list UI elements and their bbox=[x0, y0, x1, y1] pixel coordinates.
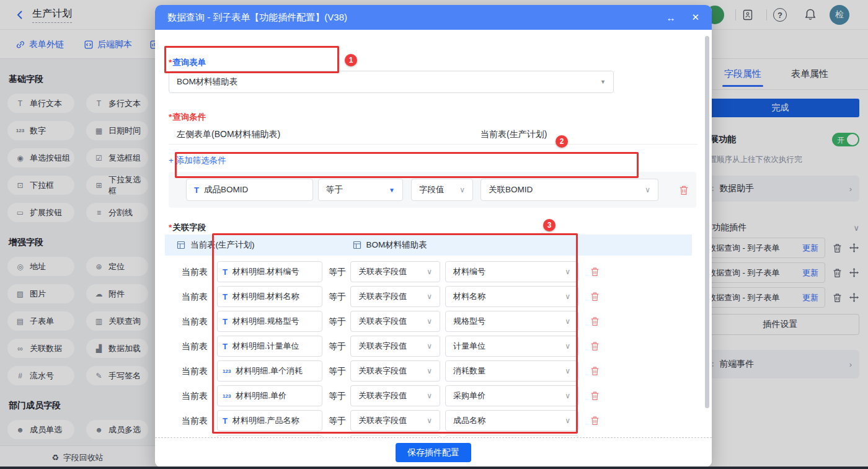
mapping-row: 当前表 T材料明细.计量单位 等于 关联表字段值 计量单位 bbox=[165, 334, 702, 359]
delete-row-icon[interactable] bbox=[590, 391, 600, 401]
mapping-target-select[interactable]: 采购单价 bbox=[445, 385, 578, 406]
text-field-icon: T bbox=[223, 317, 228, 326]
add-filter-condition-link[interactable]: + 添加筛选条件 bbox=[169, 155, 226, 166]
mapping-rows: 当前表 T材料明细.材料编号 等于 关联表字段值 材料编号 当前表 T材料明细.… bbox=[165, 259, 702, 458]
chevron-down-icon bbox=[427, 391, 432, 400]
mapping-field-input[interactable]: T材料明细.材料编号 bbox=[217, 261, 322, 282]
text-field-icon: T bbox=[223, 342, 228, 351]
mapping-field-input[interactable]: T材料明细.材料名称 bbox=[217, 286, 322, 307]
mapping-field-input[interactable]: T材料明细.规格型号 bbox=[217, 311, 322, 332]
query-form-label: *查询表单 bbox=[169, 57, 206, 68]
delete-row-icon[interactable] bbox=[590, 366, 600, 376]
mapping-row: 当前表 123材料明细.单价 等于 关联表字段值 采购单价 bbox=[165, 383, 702, 408]
mapping-target-select[interactable]: 成品名称 bbox=[445, 410, 578, 431]
mapping-value-type-select[interactable]: 关联表字段值 bbox=[350, 311, 440, 332]
caret-down-icon bbox=[600, 79, 606, 85]
mapping-target-select[interactable]: 消耗数量 bbox=[445, 360, 578, 382]
delete-row-icon[interactable] bbox=[590, 292, 600, 302]
delete-condition-icon[interactable] bbox=[679, 185, 689, 195]
chevron-down-icon bbox=[427, 267, 432, 276]
modal-scrollbar[interactable] bbox=[705, 36, 709, 408]
mapping-field-input[interactable]: T材料明细.产品名称 bbox=[217, 410, 322, 431]
chevron-down-icon bbox=[565, 391, 570, 400]
mapping-target-select[interactable]: 材料编号 bbox=[445, 261, 578, 282]
mapping-right-table: BOM材料辅助表 bbox=[366, 239, 427, 251]
condition-value-select[interactable]: 关联BOMID bbox=[480, 179, 658, 201]
mapping-row: 当前表 T材料明细.产品名称 等于 关联表字段值 成品名称 bbox=[165, 408, 702, 433]
chevron-down-icon bbox=[565, 267, 570, 276]
condition-row: T 成品BOMID 等于 字段值 关联BOMID bbox=[169, 172, 696, 208]
form-table-icon bbox=[177, 241, 185, 249]
mapping-value-type-select[interactable]: 关联表字段值 bbox=[350, 410, 440, 431]
mapping-target-select[interactable]: 材料名称 bbox=[445, 286, 578, 307]
mapping-row: 当前表 123材料明细.单个消耗 等于 关联表字段值 消耗数量 bbox=[165, 359, 702, 383]
dialog-footer: 保存插件配置 bbox=[155, 437, 712, 467]
delete-row-icon[interactable] bbox=[590, 267, 600, 277]
form-table-icon bbox=[353, 241, 361, 249]
number-field-icon: 123 bbox=[223, 393, 231, 399]
chevron-down-icon bbox=[565, 342, 570, 351]
condition-operator-select[interactable]: 等于 bbox=[318, 179, 403, 201]
chevron-down-icon bbox=[645, 185, 650, 194]
caret-down-icon bbox=[389, 187, 395, 194]
dialog-title: 数据查询 - 到子表单【功能插件配置】(V38) bbox=[167, 12, 650, 24]
annotation-badge-2: 2 bbox=[556, 135, 568, 148]
dialog-body: *查询表单 BOM材料辅助表 *查询条件 左侧表单(BOM材料辅助表) 当前表(… bbox=[155, 30, 712, 437]
condition-value-type-select[interactable]: 字段值 bbox=[411, 179, 473, 201]
save-plugin-config-button[interactable]: 保存插件配置 bbox=[396, 443, 471, 462]
query-condition-label: *查询条件 bbox=[169, 112, 206, 123]
mapping-field-input[interactable]: 123材料明细.单个消耗 bbox=[217, 360, 322, 382]
plugin-config-dialog: 数据查询 - 到子表单【功能插件配置】(V38) ↔ ✕ *查询表单 BOM材料… bbox=[155, 5, 712, 467]
text-field-icon: T bbox=[223, 267, 228, 277]
window-bottom-edge bbox=[0, 467, 868, 469]
text-field-icon: T bbox=[223, 292, 228, 302]
annotation-badge-3: 3 bbox=[543, 219, 556, 231]
chevron-down-icon bbox=[565, 367, 570, 375]
annotation-badge-1: 1 bbox=[345, 54, 357, 66]
mapping-field-input[interactable]: 123材料明细.单价 bbox=[217, 385, 322, 406]
mapping-value-type-select[interactable]: 关联表字段值 bbox=[350, 261, 440, 282]
mapping-target-select[interactable]: 规格型号 bbox=[445, 311, 578, 332]
condition-field-input[interactable]: T 成品BOMID bbox=[186, 179, 313, 201]
text-field-icon: T bbox=[223, 416, 228, 426]
mapping-label: *关联字段 bbox=[169, 222, 206, 233]
dialog-header: 数据查询 - 到子表单【功能插件配置】(V38) ↔ ✕ bbox=[155, 5, 712, 30]
delete-row-icon[interactable] bbox=[590, 316, 600, 326]
chevron-down-icon bbox=[427, 342, 432, 351]
mapping-value-type-select[interactable]: 关联表字段值 bbox=[350, 336, 440, 357]
resize-icon[interactable]: ↔ bbox=[666, 12, 675, 23]
chevron-down-icon bbox=[565, 292, 570, 301]
chevron-down-icon bbox=[427, 416, 432, 425]
mapping-table-header: 当前表(生产计划) BOM材料辅助表 bbox=[165, 234, 692, 256]
chevron-down-icon bbox=[427, 292, 432, 301]
query-form-select[interactable]: BOM材料辅助表 bbox=[169, 71, 614, 93]
mapping-value-type-select[interactable]: 关联表字段值 bbox=[350, 286, 440, 307]
divider bbox=[169, 144, 698, 145]
chevron-down-icon bbox=[565, 317, 570, 326]
mapping-left-table: 当前表(生产计划) bbox=[190, 239, 255, 251]
number-field-icon: 123 bbox=[223, 368, 231, 374]
mapping-field-input[interactable]: T材料明细.计量单位 bbox=[217, 336, 322, 357]
chevron-down-icon bbox=[427, 367, 432, 375]
mapping-row: 当前表 T材料明细.材料编号 等于 关联表字段值 材料编号 bbox=[165, 259, 702, 284]
screen: 生产计划 检 表单外链 后端脚本 bbox=[0, 0, 868, 469]
condition-right-header: 当前表(生产计划) bbox=[480, 129, 547, 140]
mapping-row: 当前表 T材料明细.规格型号 等于 关联表字段值 规格型号 bbox=[165, 309, 702, 334]
chevron-down-icon bbox=[427, 317, 432, 326]
chevron-down-icon bbox=[459, 185, 465, 194]
condition-left-header: 左侧表单(BOM材料辅助表) bbox=[177, 129, 280, 140]
mapping-value-type-select[interactable]: 关联表字段值 bbox=[350, 385, 440, 406]
text-field-icon: T bbox=[194, 185, 199, 195]
chevron-down-icon bbox=[565, 416, 570, 425]
mapping-value-type-select[interactable]: 关联表字段值 bbox=[350, 360, 440, 382]
mapping-target-select[interactable]: 计量单位 bbox=[445, 336, 578, 357]
delete-row-icon[interactable] bbox=[590, 341, 600, 351]
mapping-row: 当前表 T材料明细.材料名称 等于 关联表字段值 材料名称 bbox=[165, 284, 702, 309]
delete-row-icon[interactable] bbox=[590, 416, 600, 426]
close-icon[interactable]: ✕ bbox=[691, 12, 699, 23]
